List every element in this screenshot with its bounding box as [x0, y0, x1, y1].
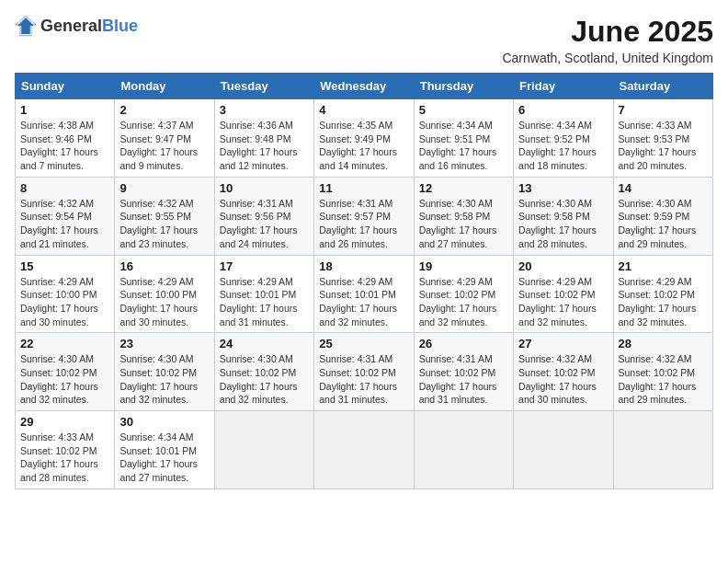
day-number: 8 — [20, 181, 109, 195]
logo: GeneralBlue — [15, 15, 138, 37]
day-number: 20 — [518, 259, 608, 273]
calendar-cell: 18 Sunrise: 4:29 AM Sunset: 10:01 PM Day… — [314, 255, 414, 333]
calendar-cell: 21 Sunrise: 4:29 AM Sunset: 10:02 PM Day… — [613, 255, 712, 333]
day-info: Sunrise: 4:31 AM Sunset: 9:57 PM Dayligh… — [319, 197, 408, 251]
calendar-cell: 10 Sunrise: 4:31 AM Sunset: 9:56 PM Dayl… — [214, 177, 313, 255]
header-wednesday: Wednesday — [314, 74, 414, 99]
day-number: 9 — [119, 181, 209, 195]
day-number: 30 — [119, 415, 209, 429]
day-number: 26 — [419, 337, 508, 350]
day-number: 1 — [20, 103, 109, 117]
calendar-cell: 4 Sunrise: 4:35 AM Sunset: 9:49 PM Dayli… — [314, 99, 414, 178]
day-info: Sunrise: 4:29 AM Sunset: 10:00 PM Daylig… — [20, 275, 109, 329]
day-info: Sunrise: 4:34 AM Sunset: 9:52 PM Dayligh… — [518, 119, 608, 173]
day-number: 28 — [619, 337, 708, 350]
day-number: 16 — [119, 259, 209, 273]
calendar-cell: 17 Sunrise: 4:29 AM Sunset: 10:01 PM Day… — [214, 255, 313, 333]
day-info: Sunrise: 4:29 AM Sunset: 10:00 PM Daylig… — [119, 275, 209, 329]
header-saturday: Saturday — [613, 74, 712, 99]
calendar-cell: 16 Sunrise: 4:29 AM Sunset: 10:00 PM Day… — [115, 255, 214, 333]
title-block: June 2025 Carnwath, Scotland, United Kin… — [502, 15, 713, 65]
day-info: Sunrise: 4:34 AM Sunset: 9:51 PM Dayligh… — [419, 119, 508, 173]
day-info: Sunrise: 4:29 AM Sunset: 10:02 PM Daylig… — [419, 275, 508, 329]
day-number: 23 — [119, 337, 209, 350]
day-number: 17 — [220, 259, 309, 273]
calendar-cell: 27 Sunrise: 4:32 AM Sunset: 10:02 PM Day… — [514, 333, 613, 411]
location: Carnwath, Scotland, United Kingdom — [502, 51, 713, 65]
day-number: 3 — [220, 103, 309, 117]
header-friday: Friday — [514, 74, 613, 99]
day-number: 12 — [419, 181, 508, 195]
calendar-cell: 26 Sunrise: 4:31 AM Sunset: 10:02 PM Day… — [414, 333, 513, 411]
page-header: GeneralBlue June 2025 Carnwath, Scotland… — [15, 15, 713, 65]
day-info: Sunrise: 4:38 AM Sunset: 9:46 PM Dayligh… — [20, 119, 109, 173]
logo-icon — [15, 15, 37, 37]
day-number: 18 — [319, 259, 408, 273]
day-info: Sunrise: 4:30 AM Sunset: 10:02 PM Daylig… — [220, 352, 309, 407]
day-info: Sunrise: 4:29 AM Sunset: 10:02 PM Daylig… — [518, 275, 608, 329]
calendar-week-2: 8 Sunrise: 4:32 AM Sunset: 9:54 PM Dayli… — [16, 177, 713, 255]
calendar-cell: 7 Sunrise: 4:33 AM Sunset: 9:53 PM Dayli… — [613, 99, 712, 178]
day-number: 15 — [20, 259, 109, 273]
day-number: 19 — [419, 259, 508, 273]
calendar-header-row: Sunday Monday Tuesday Wednesday Thursday… — [16, 74, 713, 99]
header-sunday: Sunday — [16, 74, 115, 99]
calendar-table: Sunday Monday Tuesday Wednesday Thursday… — [15, 73, 713, 489]
calendar-cell: 29 Sunrise: 4:33 AM Sunset: 10:02 PM Day… — [16, 411, 115, 489]
calendar-week-3: 15 Sunrise: 4:29 AM Sunset: 10:00 PM Day… — [16, 255, 713, 333]
header-monday: Monday — [115, 74, 214, 99]
calendar-cell: 23 Sunrise: 4:30 AM Sunset: 10:02 PM Day… — [115, 333, 214, 411]
day-info: Sunrise: 4:32 AM Sunset: 10:02 PM Daylig… — [518, 352, 608, 407]
day-info: Sunrise: 4:33 AM Sunset: 10:02 PM Daylig… — [20, 431, 109, 485]
calendar-cell: 5 Sunrise: 4:34 AM Sunset: 9:51 PM Dayli… — [414, 99, 513, 178]
day-number: 22 — [20, 337, 109, 350]
day-info: Sunrise: 4:30 AM Sunset: 9:59 PM Dayligh… — [619, 197, 708, 251]
calendar-cell: 24 Sunrise: 4:30 AM Sunset: 10:02 PM Day… — [214, 333, 313, 411]
day-info: Sunrise: 4:33 AM Sunset: 9:53 PM Dayligh… — [619, 119, 708, 173]
day-number: 13 — [518, 181, 608, 195]
day-info: Sunrise: 4:31 AM Sunset: 9:56 PM Dayligh… — [220, 197, 309, 251]
day-number: 11 — [319, 181, 408, 195]
day-info: Sunrise: 4:29 AM Sunset: 10:02 PM Daylig… — [619, 275, 708, 329]
day-info: Sunrise: 4:34 AM Sunset: 10:01 PM Daylig… — [119, 431, 209, 485]
day-number: 27 — [518, 337, 608, 350]
day-info: Sunrise: 4:30 AM Sunset: 9:58 PM Dayligh… — [518, 197, 608, 251]
header-tuesday: Tuesday — [214, 74, 313, 99]
calendar-cell: 3 Sunrise: 4:36 AM Sunset: 9:48 PM Dayli… — [214, 99, 313, 178]
day-number: 24 — [220, 337, 309, 350]
calendar-cell: 11 Sunrise: 4:31 AM Sunset: 9:57 PM Dayl… — [314, 177, 414, 255]
day-number: 6 — [518, 103, 608, 117]
day-info: Sunrise: 4:31 AM Sunset: 10:02 PM Daylig… — [319, 352, 408, 407]
day-info: Sunrise: 4:30 AM Sunset: 9:58 PM Dayligh… — [419, 197, 508, 251]
calendar-cell — [414, 411, 513, 489]
calendar-cell: 20 Sunrise: 4:29 AM Sunset: 10:02 PM Day… — [514, 255, 613, 333]
day-number: 29 — [20, 415, 109, 429]
day-number: 14 — [619, 181, 708, 195]
calendar-cell — [514, 411, 613, 489]
calendar-cell: 2 Sunrise: 4:37 AM Sunset: 9:47 PM Dayli… — [115, 99, 214, 178]
calendar-cell: 25 Sunrise: 4:31 AM Sunset: 10:02 PM Day… — [314, 333, 414, 411]
day-number: 7 — [619, 103, 708, 117]
calendar-cell: 28 Sunrise: 4:32 AM Sunset: 10:02 PM Day… — [613, 333, 712, 411]
day-info: Sunrise: 4:32 AM Sunset: 9:54 PM Dayligh… — [20, 197, 109, 251]
calendar-week-5: 29 Sunrise: 4:33 AM Sunset: 10:02 PM Day… — [16, 411, 713, 489]
calendar-cell: 12 Sunrise: 4:30 AM Sunset: 9:58 PM Dayl… — [414, 177, 513, 255]
day-info: Sunrise: 4:29 AM Sunset: 10:01 PM Daylig… — [319, 275, 408, 329]
day-info: Sunrise: 4:37 AM Sunset: 9:47 PM Dayligh… — [119, 119, 209, 173]
calendar-cell: 19 Sunrise: 4:29 AM Sunset: 10:02 PM Day… — [414, 255, 513, 333]
calendar-week-1: 1 Sunrise: 4:38 AM Sunset: 9:46 PM Dayli… — [16, 99, 713, 178]
day-number: 25 — [319, 337, 408, 350]
calendar-cell: 15 Sunrise: 4:29 AM Sunset: 10:00 PM Day… — [16, 255, 115, 333]
day-number: 10 — [220, 181, 309, 195]
calendar-cell: 14 Sunrise: 4:30 AM Sunset: 9:59 PM Dayl… — [613, 177, 712, 255]
day-info: Sunrise: 4:29 AM Sunset: 10:01 PM Daylig… — [220, 275, 309, 329]
calendar-cell — [314, 411, 414, 489]
day-number: 21 — [619, 259, 708, 273]
calendar-cell: 30 Sunrise: 4:34 AM Sunset: 10:01 PM Day… — [115, 411, 214, 489]
day-number: 5 — [419, 103, 508, 117]
logo-text: GeneralBlue — [40, 17, 138, 36]
calendar-cell — [214, 411, 313, 489]
day-info: Sunrise: 4:35 AM Sunset: 9:49 PM Dayligh… — [319, 119, 408, 173]
day-info: Sunrise: 4:36 AM Sunset: 9:48 PM Dayligh… — [220, 119, 309, 173]
day-info: Sunrise: 4:32 AM Sunset: 10:02 PM Daylig… — [619, 352, 708, 407]
